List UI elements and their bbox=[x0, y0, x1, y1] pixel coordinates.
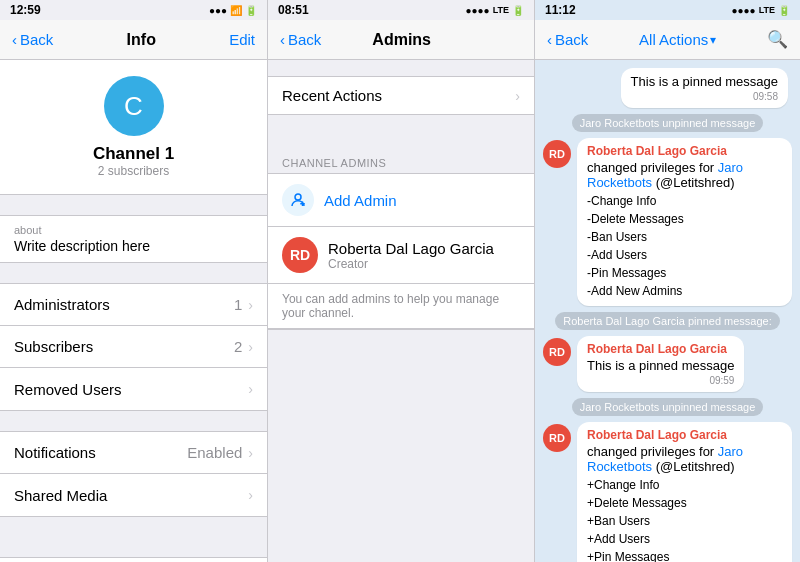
chat-avatar-1: RD bbox=[543, 140, 571, 168]
privilege-list-2: +Change Info +Delete Messages +Ban Users… bbox=[587, 476, 782, 562]
chevron-right-icon-4: › bbox=[248, 445, 253, 461]
status-bar-3: 11:12 ●●●● LTE 🔋 bbox=[535, 0, 800, 20]
panel-all-actions: 11:12 ●●●● LTE 🔋 ‹ Back All Actions ▾ 🔍 … bbox=[535, 0, 800, 562]
chevron-right-icon: › bbox=[248, 297, 253, 313]
battery-icon-2: 🔋 bbox=[512, 5, 524, 16]
chat-avatar-3: RD bbox=[543, 424, 571, 452]
pinned-row-2: RD Roberta Dal Lago Garcia This is a pin… bbox=[543, 336, 792, 392]
panel-info: 12:59 ●●● 📶 🔋 ‹ Back Info Edit C Channel… bbox=[0, 0, 268, 562]
admin-avatar: RD bbox=[282, 237, 318, 273]
edit-button[interactable]: Edit bbox=[229, 31, 255, 48]
recent-actions-item[interactable]: Recent Actions › bbox=[268, 76, 534, 115]
admin-name: Roberta Dal Lago Garcia bbox=[328, 240, 520, 257]
notifications-section: Notifications Enabled › Shared Media › bbox=[0, 431, 267, 517]
chevron-right-icon-3: › bbox=[248, 381, 253, 397]
add-admin-label: Add Admin bbox=[324, 192, 397, 209]
privileges-bubble-1: Roberta Dal Lago Garcia changed privileg… bbox=[577, 138, 792, 306]
status-bar-1: 12:59 ●●● 📶 🔋 bbox=[0, 0, 267, 20]
status-icons-2: ●●●● LTE 🔋 bbox=[465, 5, 524, 16]
pinned-bubble-2: Roberta Dal Lago Garcia This is a pinned… bbox=[577, 336, 744, 392]
admin-role: Creator bbox=[328, 257, 520, 271]
nav-bar-3: ‹ Back All Actions ▾ 🔍 bbox=[535, 20, 800, 60]
back-button-3[interactable]: ‹ Back bbox=[547, 31, 588, 48]
admin-menu-section: Administrators 1 › Subscribers 2 › Remov… bbox=[0, 283, 267, 411]
chevron-left-icon: ‹ bbox=[12, 31, 17, 48]
system-msg-1: Jaro Rocketbots unpinned message bbox=[572, 114, 764, 132]
chevron-left-icon-3: ‹ bbox=[547, 31, 552, 48]
nav-title-2: Admins bbox=[372, 31, 431, 49]
pinned-time-2: 09:59 bbox=[587, 375, 734, 386]
time-2: 08:51 bbox=[278, 3, 309, 17]
nav-title-1: Info bbox=[127, 31, 156, 49]
admin-section: Add Admin RD Roberta Dal Lago Garcia Cre… bbox=[268, 173, 534, 330]
about-label: about bbox=[14, 224, 253, 236]
chevron-right-icon-5: › bbox=[248, 487, 253, 503]
admin-info: Roberta Dal Lago Garcia Creator bbox=[328, 240, 520, 271]
svg-point-0 bbox=[295, 194, 301, 200]
administrators-value: 1 bbox=[234, 296, 242, 313]
subscribers-item[interactable]: Subscribers 2 › bbox=[0, 326, 267, 368]
handle-1: (@Letitshred) bbox=[656, 175, 735, 190]
system-msg-2: Roberta Dal Lago Garcia pinned message: bbox=[555, 312, 780, 330]
pinned-message-bubble: This is a pinned message 09:58 bbox=[621, 68, 788, 108]
handle-2: (@Letitshred) bbox=[656, 459, 735, 474]
sender-name-2: Roberta Dal Lago Garcia bbox=[587, 342, 734, 356]
search-icon[interactable]: 🔍 bbox=[767, 29, 788, 50]
pinned-message-text: This is a pinned message bbox=[631, 74, 778, 89]
lte-icon-2: LTE bbox=[759, 5, 775, 15]
sender-name-1: Roberta Dal Lago Garcia bbox=[587, 144, 782, 158]
subscriber-count: 2 subscribers bbox=[98, 164, 169, 178]
nav-bar-2: ‹ Back Admins bbox=[268, 20, 534, 60]
removed-users-item[interactable]: Removed Users › bbox=[0, 368, 267, 410]
system-msg-3: Jaro Rocketbots unpinned message bbox=[572, 398, 764, 416]
chevron-right-icon-2: › bbox=[248, 339, 253, 355]
privileges-row-2: RD Roberta Dal Lago Garcia changed privi… bbox=[543, 422, 792, 562]
about-section: about Write description here bbox=[0, 215, 267, 263]
signal-icon-2: ●●●● bbox=[465, 5, 489, 16]
nav-bar-1: ‹ Back Info Edit bbox=[0, 20, 267, 60]
pinned-message-time: 09:58 bbox=[631, 91, 778, 102]
sender-name-3: Roberta Dal Lago Garcia bbox=[587, 428, 782, 442]
subscribers-value: 2 bbox=[234, 338, 242, 355]
removed-users-label: Removed Users bbox=[14, 381, 242, 398]
administrators-label: Administrators bbox=[14, 296, 234, 313]
pinned-message-row: This is a pinned message 09:58 bbox=[543, 68, 792, 108]
shared-media-item[interactable]: Shared Media › bbox=[0, 474, 267, 516]
time-1: 12:59 bbox=[10, 3, 41, 17]
administrators-item[interactable]: Administrators 1 › bbox=[0, 284, 267, 326]
chat-area[interactable]: This is a pinned message 09:58 Jaro Rock… bbox=[535, 60, 800, 562]
back-button-1[interactable]: ‹ Back bbox=[12, 31, 53, 48]
delete-section: Delete Channel bbox=[0, 557, 267, 562]
status-icons-1: ●●● 📶 🔋 bbox=[209, 5, 257, 16]
status-icons-3: ●●●● LTE 🔋 bbox=[731, 5, 790, 16]
back-button-2[interactable]: ‹ Back bbox=[280, 31, 321, 48]
add-admin-item[interactable]: Add Admin bbox=[268, 174, 534, 227]
time-3: 11:12 bbox=[545, 3, 576, 17]
about-text: Write description here bbox=[14, 238, 253, 254]
wifi-icon: 📶 bbox=[230, 5, 242, 16]
battery-icon: 🔋 bbox=[245, 5, 257, 16]
privilege-text-2: changed privileges for Jaro Rocketbots (… bbox=[587, 444, 782, 474]
recent-actions-label: Recent Actions bbox=[282, 87, 515, 104]
chevron-right-icon-6: › bbox=[515, 88, 520, 104]
all-actions-title[interactable]: All Actions ▾ bbox=[639, 31, 716, 48]
panel-admins: 08:51 ●●●● LTE 🔋 ‹ Back Admins Recent Ac… bbox=[268, 0, 535, 562]
signal-icon: ●●● bbox=[209, 5, 227, 16]
notifications-label: Notifications bbox=[14, 444, 187, 461]
channel-admins-header: CHANNEL ADMINS bbox=[268, 151, 534, 173]
notifications-item[interactable]: Notifications Enabled › bbox=[0, 432, 267, 474]
status-bar-2: 08:51 ●●●● LTE 🔋 bbox=[268, 0, 534, 20]
shared-media-label: Shared Media bbox=[14, 487, 248, 504]
chat-avatar-2: RD bbox=[543, 338, 571, 366]
chevron-left-icon-2: ‹ bbox=[280, 31, 285, 48]
lte-icon: LTE bbox=[493, 5, 509, 15]
help-text: You can add admins to help you manage yo… bbox=[268, 284, 534, 329]
channel-name: Channel 1 bbox=[93, 144, 174, 164]
battery-icon-3: 🔋 bbox=[778, 5, 790, 16]
privilege-text-1: changed privileges for Jaro Rocketbots (… bbox=[587, 160, 782, 190]
privileges-bubble-2: Roberta Dal Lago Garcia changed privileg… bbox=[577, 422, 792, 562]
pinned-text-2: This is a pinned message bbox=[587, 358, 734, 373]
privileges-row-1: RD Roberta Dal Lago Garcia changed privi… bbox=[543, 138, 792, 306]
dropdown-icon: ▾ bbox=[710, 33, 716, 47]
admin-item[interactable]: RD Roberta Dal Lago Garcia Creator bbox=[268, 227, 534, 284]
